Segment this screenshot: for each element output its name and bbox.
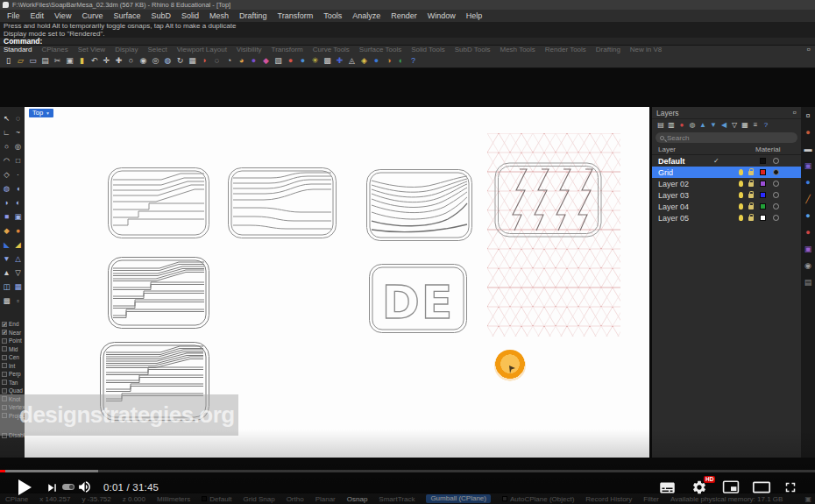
toolbar-tab-solid-tools[interactable]: Solid Tools [411, 46, 445, 53]
strip-panel-notes-icon[interactable]: ▤ [803, 277, 813, 287]
play-button[interactable] [18, 479, 32, 495]
toolbar-sun-study-icon[interactable]: ✳ [309, 55, 321, 67]
layer-lock-icon[interactable] [748, 171, 754, 175]
toolbar-tab-new-in-v8[interactable]: New in V8 [630, 46, 662, 53]
strip-panel-display-icon[interactable]: ● [803, 127, 813, 138]
toolbar-snapshots-icon[interactable]: ◈ [358, 55, 370, 67]
tool-split-icon[interactable]: △ [12, 252, 24, 266]
osnap-tan[interactable]: Tan [2, 379, 25, 387]
layers-match-layer-icon[interactable]: ◍ [687, 120, 698, 131]
toolbar-smash-icon[interactable]: ◑ [383, 55, 394, 67]
toolbar-tab-display[interactable]: Display [115, 46, 138, 53]
next-button[interactable] [45, 480, 60, 499]
checkbox-quad[interactable] [2, 388, 7, 394]
tool-curve-icon[interactable]: ~ [12, 125, 24, 139]
strip-panel-gear-icon[interactable]: ¤ [803, 110, 813, 121]
tool-dot-grid-icon[interactable]: ▩ [1, 294, 12, 308]
menu-render[interactable]: Render [386, 11, 422, 20]
layers-delete-layer-icon[interactable]: ● [677, 120, 687, 131]
soap-design-zigzag[interactable] [493, 161, 603, 242]
toolbar-tab-surface-tools[interactable]: Surface Tools [359, 46, 401, 53]
toolbar-object-properties-icon[interactable]: ◆ [260, 55, 272, 67]
toolbar-gear-icon[interactable]: ¤ [807, 46, 811, 53]
toolbar-rendered-mode-icon[interactable]: ● [248, 55, 259, 67]
volume-button[interactable] [77, 479, 92, 498]
soap-design-wavy[interactable] [365, 168, 473, 245]
toolbar-ghosted-mode-icon[interactable]: ◔ [223, 55, 235, 67]
osnap-int[interactable]: Int [2, 362, 25, 371]
menu-window[interactable]: Window [422, 11, 461, 20]
layer-row-layer-02[interactable]: Layer 02 [652, 178, 801, 189]
viewport-tab-top[interactable]: Top ▼ [29, 109, 53, 117]
menu-solid[interactable]: Solid [176, 11, 204, 20]
layers-layer-filter-icon[interactable]: ▽ [729, 120, 740, 131]
video-progress-bar[interactable] [0, 470, 815, 472]
toolbar-undo-icon[interactable]: ↶ [89, 55, 100, 67]
layers-move-layer-down-icon[interactable]: ▼ [708, 120, 719, 131]
menu-mesh[interactable]: Mesh [204, 11, 234, 20]
toolbar-zoom-window-icon[interactable]: ◉ [138, 55, 149, 67]
layer-material-icon[interactable] [773, 203, 779, 209]
tool-rectangle-icon[interactable]: □ [12, 153, 24, 167]
toolbar-zoom-selected-icon[interactable]: ◍ [162, 55, 174, 67]
layers-collapse-all-icon[interactable]: ◀ [719, 120, 729, 131]
layer-visibility-bulb-icon[interactable] [739, 203, 743, 209]
toolbar-rotate-view-icon[interactable]: ↻ [174, 55, 186, 67]
tool-chamfer-icon[interactable]: ◢ [12, 238, 24, 252]
layer-color-swatch[interactable] [760, 169, 766, 175]
toolbar-tab-set-view[interactable]: Set View [78, 46, 105, 53]
soap-design-smooth[interactable] [227, 167, 337, 243]
toolbar-viewport-layout-icon[interactable]: ▦ [187, 55, 198, 67]
checkbox-near[interactable]: ✓ [2, 330, 7, 335]
layers-move-layer-up-icon[interactable]: ▲ [698, 120, 708, 131]
search-input[interactable] [667, 134, 793, 142]
osnap-cen[interactable]: Cen [2, 353, 25, 362]
toolbar-layer-state-icon[interactable]: ▧ [273, 55, 284, 67]
toolbar-open-file-icon[interactable]: ▱ [15, 55, 26, 67]
toolbar-render-globe-icon[interactable]: ● [371, 55, 382, 67]
layer-row-layer-04[interactable]: Layer 04 [652, 201, 801, 212]
checkbox-tan[interactable] [2, 380, 7, 385]
tool-point-icon[interactable]: · [12, 167, 24, 181]
strip-panel-layers-icon[interactable]: ▣ [803, 160, 813, 171]
toolbar-save-icon[interactable]: ▭ [27, 55, 39, 67]
osnap-perp[interactable]: Perp [2, 370, 25, 379]
tool-explode-icon[interactable]: ▽ [12, 266, 24, 280]
tool-patch-icon[interactable]: ▣ [12, 209, 24, 224]
strip-panel-libraries-icon[interactable]: ● [803, 227, 813, 238]
menu-tools[interactable]: Tools [318, 11, 347, 20]
command-prompt[interactable]: Command: [0, 38, 815, 46]
toolbar-tab-mesh-tools[interactable]: Mesh Tools [500, 46, 535, 53]
layer-color-swatch[interactable] [760, 158, 766, 164]
fullscreen-button[interactable] [783, 479, 798, 499]
toolbar-tab-curve-tools[interactable]: Curve Tools [313, 46, 350, 53]
strip-panel-rendering-icon[interactable]: ● [803, 210, 813, 221]
toolbar-pan-icon[interactable]: ✛ [101, 55, 112, 67]
soap-design-stepped-2[interactable] [107, 256, 210, 333]
menu-help[interactable]: Help [461, 11, 488, 20]
toolbar-tab-visibility[interactable]: Visibility [237, 46, 262, 53]
layer-lock-icon[interactable] [748, 182, 754, 187]
tool-surface-icon[interactable]: ◍ [1, 181, 12, 195]
checkbox-perp[interactable] [2, 372, 7, 377]
toolbar-move-icon[interactable]: ✚ [113, 55, 124, 67]
menu-view[interactable]: View [49, 11, 76, 20]
osnap-point[interactable]: Point [2, 337, 25, 345]
layer-visibility-bulb-icon[interactable] [739, 181, 743, 187]
layer-lock-icon[interactable] [748, 194, 754, 198]
layer-material-icon[interactable] [773, 215, 779, 221]
layer-color-swatch[interactable] [760, 181, 766, 187]
tool-circle-icon[interactable]: ○ [1, 139, 12, 153]
toolbar-shaded-mode-icon[interactable]: ◗ [199, 55, 210, 67]
toolbar-tab-select[interactable]: Select [147, 46, 167, 53]
toolbar-zoom-extents-icon[interactable]: ◎ [150, 55, 161, 67]
panel-gear-icon[interactable]: ¤ [793, 109, 797, 117]
tool-trim-icon[interactable]: ▼ [1, 252, 12, 266]
tool-box-icon[interactable]: ◆ [1, 224, 12, 238]
toolbar-help-icon[interactable]: ? [408, 55, 419, 67]
tool-more-tools-icon[interactable]: ▫ [12, 294, 24, 308]
theater-button[interactable] [752, 481, 771, 497]
layers-new-layer-icon[interactable]: ▤ [656, 120, 666, 131]
toolbar-cut-icon[interactable]: ✂ [52, 55, 63, 67]
menu-file[interactable]: File [2, 11, 25, 20]
